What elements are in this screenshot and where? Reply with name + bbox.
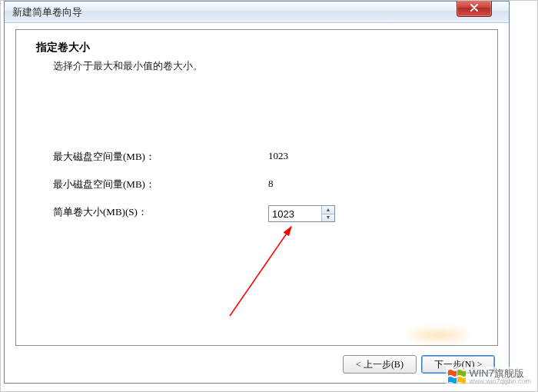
wizard-content: 指定卷大小 选择介于最大和最小值的卷大小。 最大磁盘空间量(MB)： 1023 … <box>15 29 498 346</box>
max-disk-value: 1023 <box>268 150 288 164</box>
min-disk-value: 8 <box>268 178 274 191</box>
min-disk-row: 最小磁盘空间量(MB)： 8 <box>53 178 467 191</box>
volume-size-label: 简单卷大小(MB)(S)： <box>53 205 268 222</box>
max-disk-label: 最大磁盘空间量(MB)： <box>53 150 268 164</box>
wizard-window: 新建简单卷向导 指定卷大小 选择介于最大和最小值的卷大小。 最大磁盘空间量(MB… <box>4 1 510 384</box>
titlebar: 新建简单卷向导 <box>5 2 509 23</box>
volume-size-spinner[interactable]: ▲ ▼ <box>268 205 335 222</box>
close-button[interactable] <box>457 0 492 17</box>
page-subheading: 选择介于最大和最小值的卷大小。 <box>53 59 203 73</box>
blurred-region <box>410 327 467 343</box>
spinner-buttons: ▲ ▼ <box>321 206 334 221</box>
volume-size-input[interactable] <box>269 206 321 221</box>
close-icon <box>470 2 479 14</box>
back-button[interactable]: < 上一步(B) <box>343 355 417 374</box>
annotation-arrow-icon <box>214 224 307 331</box>
watermark-url: www.win7qijian.com <box>469 378 531 385</box>
max-disk-row: 最大磁盘空间量(MB)： 1023 <box>53 150 467 164</box>
watermark: WIN7旗舰版 www.win7qijian.com <box>446 367 533 387</box>
spinner-down-button[interactable]: ▼ <box>322 214 334 222</box>
windows-flag-icon <box>447 369 466 384</box>
window-title: 新建简单卷向导 <box>12 5 82 19</box>
min-disk-label: 最小磁盘空间量(MB)： <box>53 178 268 191</box>
page-heading: 指定卷大小 <box>36 41 90 55</box>
spinner-up-button[interactable]: ▲ <box>322 206 334 214</box>
volume-size-row: 简单卷大小(MB)(S)： ▲ ▼ <box>53 205 467 222</box>
svg-line-0 <box>230 227 291 316</box>
